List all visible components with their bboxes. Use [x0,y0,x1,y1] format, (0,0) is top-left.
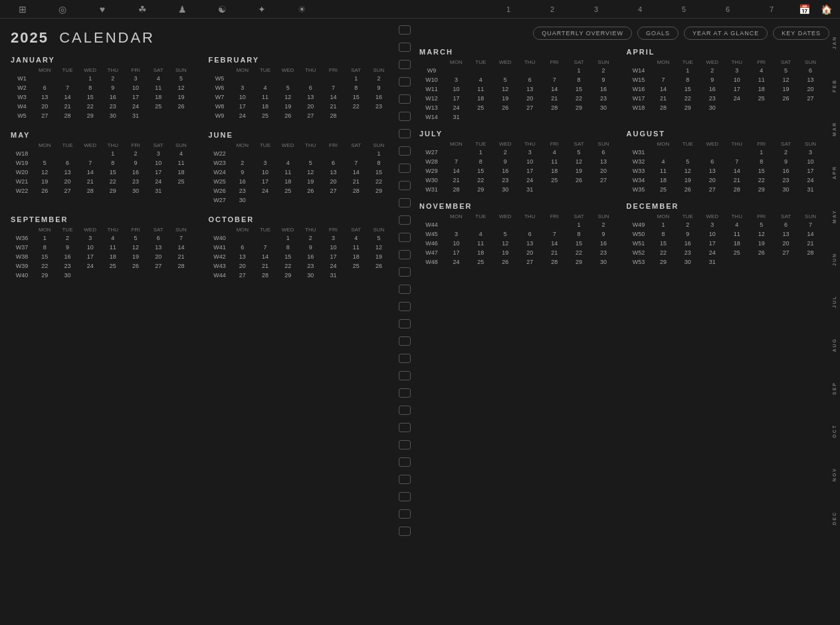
day-cell[interactable]: 7 [56,83,78,92]
day-cell[interactable]: 16 [700,84,724,94]
icon-yin[interactable]: ☯ [202,0,242,19]
day-cell[interactable]: 10 [700,229,724,239]
icon-circle[interactable]: ◎ [43,0,82,19]
day-cell[interactable]: 12 [774,75,798,84]
day-cell[interactable]: 10 [322,243,344,252]
day-cell[interactable]: 6 [591,148,616,157]
icon-star[interactable]: ✦ [242,0,282,19]
day-cell[interactable]: 5 [276,83,299,92]
day-cell[interactable]: 13 [591,157,616,166]
day-cell[interactable]: 26 [368,261,390,271]
day-cell[interactable]: 22 [567,248,591,257]
day-cell[interactable]: 6 [518,75,542,84]
day-cell[interactable]: 29 [651,257,675,267]
day-cell[interactable]: 29 [567,103,591,112]
day-cell[interactable]: 22 [469,176,493,185]
day-cell[interactable]: 27 [591,176,616,185]
day-cell[interactable]: 2 [774,148,798,157]
day-cell[interactable]: 22 [651,248,675,257]
day-cell[interactable]: 27 [56,186,78,195]
day-cell[interactable]: 18 [724,239,749,248]
day-cell[interactable]: 1 [33,233,56,243]
day-cell[interactable]: 28 [724,185,749,194]
day-cell[interactable]: 13 [33,92,56,102]
day-cell[interactable]: 28 [798,248,823,257]
day-cell[interactable]: 20 [518,248,542,257]
day-cell[interactable]: 12 [675,166,700,176]
day-cell[interactable]: 28 [444,185,469,194]
day-cell[interactable]: 23 [231,186,254,195]
day-cell[interactable]: 23 [700,94,724,103]
day-cell[interactable]: 29 [749,185,774,194]
day-cell[interactable]: 19 [567,166,591,176]
day-cell[interactable]: 29 [102,186,124,195]
day-cell[interactable]: 1 [368,149,390,158]
day-cell[interactable]: 5 [567,148,591,157]
day-cell[interactable]: 4 [749,66,774,75]
day-cell[interactable]: 28 [79,186,102,195]
day-cell[interactable]: 14 [724,166,749,176]
day-cell[interactable]: 9 [774,157,798,166]
day-cell[interactable]: 27 [33,111,56,120]
day-cell[interactable]: 30 [774,185,798,194]
day-cell[interactable]: 7 [169,233,192,243]
day-cell[interactable]: 14 [56,92,78,102]
day-cell[interactable]: 13 [518,84,542,94]
day-cell[interactable]: 29 [33,271,56,280]
day-cell[interactable]: 10 [231,92,254,102]
num-7[interactable]: 7 [750,5,793,13]
day-cell[interactable]: 6 [147,233,169,243]
day-cell[interactable]: 18 [169,168,192,177]
day-cell[interactable]: 1 [469,148,493,157]
day-cell[interactable]: 28 [651,103,675,112]
day-cell[interactable]: 15 [33,252,56,261]
day-cell[interactable]: 9 [102,83,124,92]
day-cell[interactable]: 26 [493,257,518,267]
day-cell[interactable]: 18 [345,252,368,261]
day-cell[interactable]: 29 [276,271,299,280]
day-cell[interactable]: 17 [147,168,169,177]
day-cell[interactable]: 8 [567,229,591,239]
day-cell[interactable]: 31 [518,185,542,194]
day-cell[interactable]: 30 [493,185,518,194]
day-cell[interactable]: 18 [254,102,276,111]
day-cell[interactable]: 17 [724,84,749,94]
day-cell[interactable]: 6 [518,229,542,239]
day-cell[interactable]: 5 [749,220,774,229]
day-cell[interactable]: 6 [56,158,78,168]
day-cell[interactable]: 30 [591,257,616,267]
day-cell[interactable]: 7 [444,157,469,166]
day-cell[interactable]: 14 [254,252,276,261]
day-cell[interactable]: 17 [79,252,102,261]
day-cell[interactable]: 15 [79,92,102,102]
day-cell[interactable]: 27 [774,248,798,257]
day-cell[interactable]: 24 [254,186,276,195]
day-cell[interactable]: 23 [774,176,798,185]
day-cell[interactable]: 12 [33,168,56,177]
day-cell[interactable]: 25 [254,111,276,120]
day-cell[interactable]: 2 [231,158,254,168]
day-cell[interactable]: 7 [79,158,102,168]
day-cell[interactable]: 9 [124,158,147,168]
day-cell[interactable]: 18 [749,84,774,94]
day-cell[interactable]: 24 [147,177,169,186]
day-cell[interactable]: 9 [591,229,616,239]
day-cell[interactable]: 3 [444,229,469,239]
day-cell[interactable]: 4 [147,74,169,83]
day-cell[interactable]: 20 [56,177,78,186]
day-cell[interactable]: 27 [299,111,322,120]
day-cell[interactable]: 11 [169,158,192,168]
day-cell[interactable]: 8 [567,75,591,84]
day-cell[interactable]: 16 [774,166,798,176]
day-cell[interactable]: 25 [169,177,192,186]
day-cell[interactable]: 11 [749,75,774,84]
day-cell[interactable]: 3 [231,83,254,92]
day-cell[interactable]: 15 [749,166,774,176]
day-cell[interactable]: 18 [542,166,567,176]
day-cell[interactable]: 2 [368,74,390,83]
day-cell[interactable]: 19 [368,252,390,261]
day-cell[interactable]: 4 [254,83,276,92]
day-cell[interactable]: 10 [798,157,823,166]
day-cell[interactable]: 5 [675,157,700,166]
day-cell[interactable]: 27 [231,271,254,280]
